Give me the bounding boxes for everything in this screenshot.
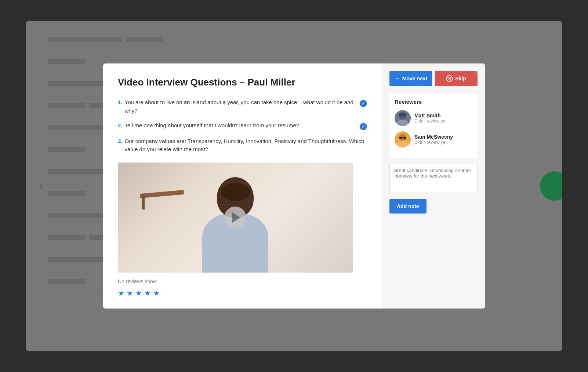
reviewer-info-matt: Matt Smith Didn't review yet. bbox=[414, 113, 448, 124]
modal-overlay: × Video Interview Questions – Paul Mille… bbox=[26, 21, 562, 351]
modal-title: Video Interview Questions – Paul Miller bbox=[118, 77, 367, 88]
move-next-button[interactable]: → Move next bbox=[389, 71, 432, 86]
question-num-2: 2. bbox=[118, 121, 123, 130]
reviewers-section: Reviewers bbox=[389, 94, 478, 158]
modal-body: Video Interview Questions – Paul Miller … bbox=[103, 63, 485, 309]
svg-rect-9 bbox=[399, 137, 402, 139]
question-item-1: 1. You are about to live on an island ab… bbox=[118, 98, 367, 115]
check-circle-2: ✓ bbox=[360, 123, 367, 130]
question-text-1: You are about to live on an island about… bbox=[125, 98, 356, 115]
questions-list: 1. You are about to live on an island ab… bbox=[118, 98, 367, 154]
reviewer-item-matt: Matt Smith Didn't review yet. bbox=[395, 110, 472, 126]
skip-x-icon: ✕ bbox=[446, 75, 453, 82]
star-1[interactable]: ★ bbox=[118, 289, 124, 298]
question-item-3: 3. Our company values are: Transparency,… bbox=[118, 137, 367, 154]
question-num-1: 1. bbox=[118, 98, 123, 107]
shelf-support bbox=[142, 195, 145, 209]
play-button[interactable] bbox=[224, 207, 246, 229]
question-text-3: Our company values are: Transparency, Hu… bbox=[125, 137, 367, 154]
reviewer-name-sam: Sam McSweeny bbox=[414, 134, 453, 140]
modal-left-panel: Video Interview Questions – Paul Miller … bbox=[103, 63, 382, 309]
move-next-label: Move next bbox=[402, 76, 427, 81]
skip-label: Skip bbox=[455, 76, 466, 81]
action-buttons: → Move next ✕ Skip bbox=[389, 71, 478, 86]
skip-button[interactable]: ✕ Skip bbox=[435, 71, 478, 86]
avatar-sam-svg bbox=[395, 131, 411, 147]
reviewer-status-matt: Didn't review yet. bbox=[414, 118, 448, 124]
reviewer-name-matt: Matt Smith bbox=[414, 113, 448, 118]
question-text-2: Tell me one thing about yourself that I … bbox=[125, 121, 356, 130]
play-icon bbox=[232, 212, 240, 223]
check-icon-2: ✓ bbox=[358, 122, 367, 131]
video-player[interactable] bbox=[118, 163, 353, 273]
avatar-matt-svg bbox=[395, 110, 411, 126]
svg-point-8 bbox=[396, 143, 409, 147]
question-item-2: 2. Tell me one thing about yourself that… bbox=[118, 121, 367, 131]
star-3[interactable]: ★ bbox=[135, 289, 142, 298]
add-note-button[interactable]: Add note bbox=[389, 199, 427, 214]
svg-rect-5 bbox=[398, 115, 399, 116]
notes-textarea[interactable] bbox=[389, 164, 478, 193]
stars-row[interactable]: ★ ★ ★ ★ ★ bbox=[118, 289, 367, 298]
svg-rect-4 bbox=[399, 114, 407, 115]
close-button[interactable]: × bbox=[473, 69, 478, 77]
reviewer-item-sam: Sam McSweeny Didn't review yet. bbox=[395, 131, 472, 147]
no-reviews-label: No reviews show bbox=[118, 278, 367, 284]
star-5[interactable]: ★ bbox=[153, 289, 160, 298]
star-2[interactable]: ★ bbox=[127, 289, 133, 298]
reviewer-avatar-sam bbox=[395, 131, 411, 147]
question-num-3: 3. bbox=[118, 137, 123, 146]
check-circle-1: ✓ bbox=[360, 100, 367, 107]
avatar-sam-img bbox=[395, 131, 411, 147]
svg-rect-10 bbox=[403, 137, 406, 139]
screen-background: ‹ › × Video Interview Questions – Paul M… bbox=[26, 21, 562, 351]
move-next-arrow-icon: → bbox=[394, 75, 400, 82]
reviewer-info-sam: Sam McSweeny Didn't review yet. bbox=[414, 134, 453, 145]
shelf-decoration bbox=[140, 190, 184, 198]
modal-right-panel: → Move next ✕ Skip Reviewers bbox=[382, 63, 485, 309]
reviewer-status-sam: Didn't review yet. bbox=[414, 140, 453, 145]
svg-point-2 bbox=[396, 122, 409, 126]
star-4[interactable]: ★ bbox=[144, 289, 151, 298]
check-icon-1: ✓ bbox=[358, 99, 367, 107]
reviewers-title: Reviewers bbox=[395, 99, 472, 105]
avatar-matt-img bbox=[395, 110, 411, 126]
modal-dialog: × Video Interview Questions – Paul Mille… bbox=[103, 63, 485, 309]
reviewer-avatar-matt bbox=[395, 110, 411, 126]
